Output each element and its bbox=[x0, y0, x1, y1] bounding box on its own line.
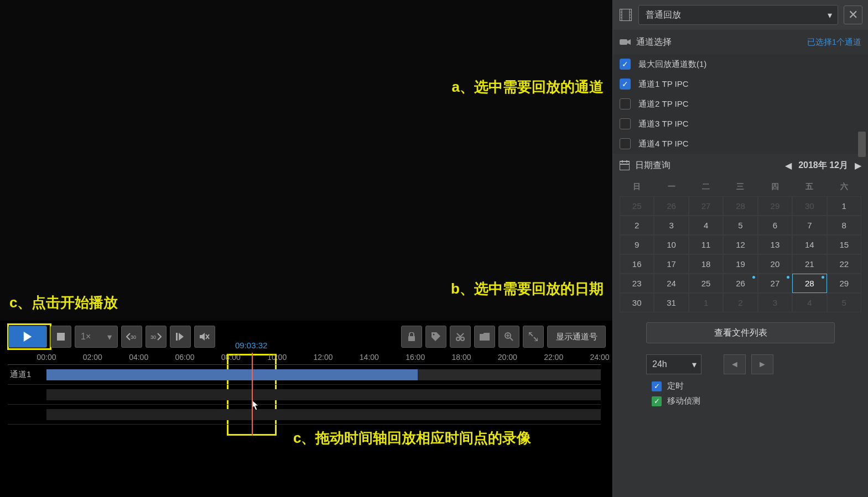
calendar-day[interactable]: 6 bbox=[758, 216, 792, 235]
track-row[interactable]: 通道1 bbox=[8, 365, 601, 385]
stop-button[interactable] bbox=[50, 326, 71, 348]
folder-button[interactable] bbox=[474, 326, 495, 348]
calendar-day[interactable]: 18 bbox=[689, 254, 723, 274]
speed-select[interactable]: 1× ▾ bbox=[75, 326, 118, 348]
recording-dot bbox=[752, 276, 755, 279]
film-icon bbox=[618, 8, 633, 22]
calendar-day[interactable]: 2 bbox=[620, 216, 654, 235]
calendar-day[interactable]: 28 bbox=[723, 196, 757, 216]
checkbox[interactable] bbox=[620, 138, 631, 149]
mute-button[interactable] bbox=[194, 326, 215, 348]
scrollbar-handle[interactable] bbox=[858, 132, 866, 157]
channel-item[interactable]: 通道2 TP IPC bbox=[613, 94, 868, 114]
lock-button[interactable] bbox=[401, 326, 422, 348]
checkbox[interactable]: ✓ bbox=[620, 79, 631, 90]
dow-cell: 四 bbox=[758, 177, 792, 196]
step-button[interactable] bbox=[170, 326, 191, 348]
calendar-day[interactable]: 13 bbox=[758, 235, 792, 254]
calendar-day[interactable]: 21 bbox=[792, 254, 827, 274]
zoom-button[interactable] bbox=[498, 326, 519, 348]
calendar-day[interactable]: 14 bbox=[792, 235, 827, 254]
calendar-day[interactable]: 25 bbox=[689, 274, 723, 293]
timeline[interactable]: 00:0002:0004:0006:0008:0010:0012:0014:00… bbox=[8, 353, 601, 441]
calendar-day[interactable]: 10 bbox=[654, 235, 688, 254]
svg-text:30: 30 bbox=[131, 334, 136, 340]
calendar-day[interactable]: 30 bbox=[792, 196, 827, 216]
channel-item[interactable]: ✓通道1 TP IPC bbox=[613, 74, 868, 94]
tag-button[interactable] bbox=[425, 326, 446, 348]
channel-label: 通道4 TP IPC bbox=[638, 139, 689, 149]
range-value: 24h bbox=[652, 359, 667, 369]
channel-item[interactable]: 通道4 TP IPC bbox=[613, 134, 868, 154]
recording-dot bbox=[787, 276, 789, 279]
checkbox-checked[interactable]: ✓ bbox=[652, 396, 662, 406]
fullscreen-button[interactable] bbox=[523, 326, 544, 348]
time-tick: 18:00 bbox=[451, 353, 471, 362]
next-page-button[interactable]: ► bbox=[751, 354, 773, 374]
calendar-day[interactable]: 22 bbox=[827, 254, 861, 274]
calendar-day[interactable]: 15 bbox=[827, 235, 861, 254]
checkbox-checked[interactable]: ✓ bbox=[652, 381, 662, 391]
calendar-day[interactable]: 8 bbox=[827, 216, 861, 235]
calendar-day[interactable]: 19 bbox=[723, 254, 757, 274]
calendar-day[interactable]: 23 bbox=[620, 274, 654, 293]
filter-timed[interactable]: ✓ 定时 bbox=[652, 381, 829, 391]
calendar-day[interactable]: 3 bbox=[758, 293, 792, 312]
fwd30-button[interactable]: 30 bbox=[145, 326, 167, 348]
calendar-day[interactable]: 27 bbox=[758, 274, 792, 293]
calendar-day[interactable]: 28 bbox=[792, 274, 827, 293]
checkbox[interactable] bbox=[620, 118, 631, 129]
calendar-day[interactable]: 1 bbox=[827, 196, 861, 216]
channel-section-title: 通道选择 bbox=[636, 36, 672, 48]
calendar-day[interactable]: 24 bbox=[654, 274, 688, 293]
playhead[interactable]: 09:03:32 bbox=[252, 353, 253, 436]
next-month-button[interactable]: ▶ bbox=[855, 160, 861, 171]
file-list-button[interactable]: 查看文件列表 bbox=[646, 322, 835, 343]
range-row: 24h ▾ ◄ ► bbox=[646, 354, 835, 374]
filter-motion[interactable]: ✓ 移动侦测 bbox=[652, 396, 829, 406]
range-select[interactable]: 24h ▾ bbox=[646, 354, 701, 374]
calendar-day[interactable]: 4 bbox=[689, 216, 723, 235]
calendar-day[interactable]: 7 bbox=[792, 216, 827, 235]
calendar-day[interactable]: 16 bbox=[620, 254, 654, 274]
time-tick: 12:00 bbox=[313, 353, 332, 362]
calendar-day[interactable]: 20 bbox=[758, 254, 792, 274]
calendar-day[interactable]: 9 bbox=[620, 235, 654, 254]
checkbox-checked[interactable]: ✓ bbox=[620, 59, 631, 70]
camera-icon bbox=[620, 38, 631, 46]
time-tick: 24:00 bbox=[590, 353, 609, 362]
date-section: 日期查询 ◀ 2018年 12月 ▶ 日一二三四五六 2526272829301… bbox=[613, 154, 868, 317]
checkbox[interactable] bbox=[620, 98, 631, 109]
calendar-day[interactable]: 30 bbox=[620, 293, 654, 312]
calendar-day[interactable]: 2 bbox=[723, 293, 757, 312]
clip-button[interactable] bbox=[450, 326, 471, 348]
calendar-day[interactable]: 5 bbox=[827, 293, 861, 312]
calendar-day[interactable]: 27 bbox=[689, 196, 723, 216]
calendar-day[interactable]: 29 bbox=[758, 196, 792, 216]
close-button[interactable]: ✕ bbox=[844, 6, 862, 24]
calendar-day[interactable]: 1 bbox=[689, 293, 723, 312]
calendar-day[interactable]: 11 bbox=[689, 235, 723, 254]
calendar-day[interactable]: 12 bbox=[723, 235, 757, 254]
calendar-icon bbox=[620, 160, 630, 170]
back30-button[interactable]: 30 bbox=[121, 326, 142, 348]
playback-mode-select[interactable]: 普通回放 ▾ bbox=[638, 5, 838, 25]
prev-page-button[interactable]: ◄ bbox=[724, 354, 746, 374]
play-button[interactable] bbox=[8, 326, 47, 348]
calendar-day[interactable]: 17 bbox=[654, 254, 688, 274]
recorded-segment[interactable] bbox=[46, 369, 418, 380]
calendar-day[interactable]: 31 bbox=[654, 293, 688, 312]
calendar-day[interactable]: 26 bbox=[723, 274, 757, 293]
calendar-day[interactable]: 5 bbox=[723, 216, 757, 235]
calendar-day[interactable]: 3 bbox=[654, 216, 688, 235]
lock-icon bbox=[408, 332, 415, 341]
calendar-day[interactable]: 29 bbox=[827, 274, 861, 293]
channel-item[interactable]: 通道3 TP IPC bbox=[613, 114, 868, 134]
show-channel-button[interactable]: 显示通道号 bbox=[547, 326, 606, 348]
calendar-day[interactable]: 26 bbox=[654, 196, 688, 216]
track-body[interactable] bbox=[46, 369, 601, 380]
max-channels-item[interactable]: ✓ 最大回放通道数(1) bbox=[613, 54, 868, 74]
prev-month-button[interactable]: ◀ bbox=[785, 160, 792, 171]
calendar-day[interactable]: 25 bbox=[620, 196, 654, 216]
calendar-day[interactable]: 4 bbox=[792, 293, 827, 312]
